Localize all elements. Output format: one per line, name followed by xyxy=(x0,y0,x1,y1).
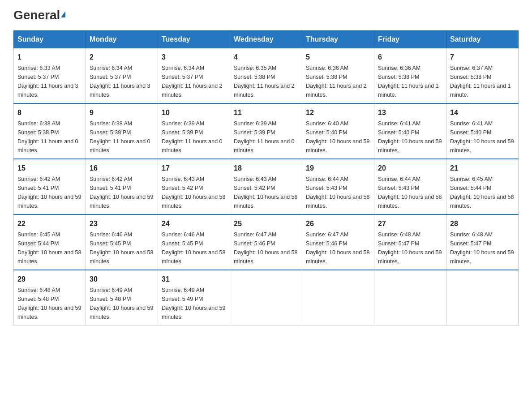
day-number: 24 xyxy=(162,218,226,229)
day-number: 29 xyxy=(17,274,82,285)
day-info: Sunrise: 6:45 AMSunset: 5:44 PMDaylight:… xyxy=(17,230,82,266)
calendar-week-row: 22Sunrise: 6:45 AMSunset: 5:44 PMDayligh… xyxy=(14,214,519,270)
weekday-header-row: SundayMondayTuesdayWednesdayThursdayFrid… xyxy=(14,31,519,48)
day-number: 10 xyxy=(162,107,226,118)
day-number: 7 xyxy=(450,52,515,63)
day-info: Sunrise: 6:45 AMSunset: 5:44 PMDaylight:… xyxy=(450,175,515,210)
day-number: 20 xyxy=(378,163,442,174)
calendar-day-cell: 14Sunrise: 6:41 AMSunset: 5:40 PMDayligh… xyxy=(446,103,519,159)
day-number: 2 xyxy=(90,52,154,63)
day-info: Sunrise: 6:39 AMSunset: 5:39 PMDaylight:… xyxy=(162,119,226,155)
day-number: 23 xyxy=(90,218,154,229)
calendar-day-cell: 23Sunrise: 6:46 AMSunset: 5:45 PMDayligh… xyxy=(86,214,158,270)
day-info: Sunrise: 6:42 AMSunset: 5:41 PMDaylight:… xyxy=(17,175,82,210)
day-info: Sunrise: 6:48 AMSunset: 5:47 PMDaylight:… xyxy=(378,230,442,266)
day-number: 13 xyxy=(378,107,442,118)
calendar-day-cell: 25Sunrise: 6:47 AMSunset: 5:46 PMDayligh… xyxy=(230,214,302,270)
calendar-day-cell: 2Sunrise: 6:34 AMSunset: 5:37 PMDaylight… xyxy=(86,48,158,104)
calendar-day-cell: 27Sunrise: 6:48 AMSunset: 5:47 PMDayligh… xyxy=(374,214,446,270)
calendar-week-row: 15Sunrise: 6:42 AMSunset: 5:41 PMDayligh… xyxy=(14,159,519,214)
calendar-day-cell: 1Sunrise: 6:33 AMSunset: 5:37 PMDaylight… xyxy=(14,48,86,104)
day-info: Sunrise: 6:46 AMSunset: 5:45 PMDaylight:… xyxy=(90,230,154,266)
day-number: 14 xyxy=(450,107,515,118)
day-info: Sunrise: 6:36 AMSunset: 5:38 PMDaylight:… xyxy=(378,64,442,99)
calendar-week-row: 29Sunrise: 6:48 AMSunset: 5:48 PMDayligh… xyxy=(14,270,519,325)
weekday-header-wednesday: Wednesday xyxy=(230,31,302,48)
weekday-header-friday: Friday xyxy=(374,31,446,48)
day-info: Sunrise: 6:48 AMSunset: 5:48 PMDaylight:… xyxy=(17,286,82,321)
calendar-day-cell: 11Sunrise: 6:39 AMSunset: 5:39 PMDayligh… xyxy=(230,103,302,159)
calendar-day-cell: 10Sunrise: 6:39 AMSunset: 5:39 PMDayligh… xyxy=(158,103,230,159)
day-number: 3 xyxy=(162,52,226,63)
day-number: 30 xyxy=(90,274,154,285)
calendar-day-cell xyxy=(446,270,519,325)
day-info: Sunrise: 6:47 AMSunset: 5:46 PMDaylight:… xyxy=(306,230,370,266)
day-info: Sunrise: 6:44 AMSunset: 5:43 PMDaylight:… xyxy=(306,175,370,210)
day-number: 4 xyxy=(234,52,298,63)
day-info: Sunrise: 6:33 AMSunset: 5:37 PMDaylight:… xyxy=(17,64,82,99)
day-number: 21 xyxy=(450,163,515,174)
day-number: 18 xyxy=(234,163,298,174)
logo-triangle-icon xyxy=(61,11,65,17)
calendar-day-cell xyxy=(302,270,374,325)
day-number: 9 xyxy=(90,107,154,118)
calendar-day-cell: 12Sunrise: 6:40 AMSunset: 5:40 PMDayligh… xyxy=(302,103,374,159)
calendar-week-row: 8Sunrise: 6:38 AMSunset: 5:38 PMDaylight… xyxy=(14,103,519,159)
calendar-week-row: 1Sunrise: 6:33 AMSunset: 5:37 PMDaylight… xyxy=(14,48,519,104)
calendar-day-cell: 7Sunrise: 6:37 AMSunset: 5:38 PMDaylight… xyxy=(446,48,519,104)
day-info: Sunrise: 6:39 AMSunset: 5:39 PMDaylight:… xyxy=(234,119,298,155)
day-info: Sunrise: 6:38 AMSunset: 5:39 PMDaylight:… xyxy=(90,119,154,155)
calendar-day-cell: 20Sunrise: 6:44 AMSunset: 5:43 PMDayligh… xyxy=(374,159,446,214)
day-number: 12 xyxy=(306,107,370,118)
calendar-day-cell: 8Sunrise: 6:38 AMSunset: 5:38 PMDaylight… xyxy=(14,103,86,159)
day-number: 19 xyxy=(306,163,370,174)
calendar-day-cell: 30Sunrise: 6:49 AMSunset: 5:48 PMDayligh… xyxy=(86,270,158,325)
calendar-day-cell: 21Sunrise: 6:45 AMSunset: 5:44 PMDayligh… xyxy=(446,159,519,214)
calendar-day-cell xyxy=(374,270,446,325)
day-info: Sunrise: 6:44 AMSunset: 5:43 PMDaylight:… xyxy=(378,175,442,210)
day-info: Sunrise: 6:43 AMSunset: 5:42 PMDaylight:… xyxy=(234,175,298,210)
day-number: 16 xyxy=(90,163,154,174)
calendar-day-cell: 31Sunrise: 6:49 AMSunset: 5:49 PMDayligh… xyxy=(158,270,230,325)
day-number: 25 xyxy=(234,218,298,229)
day-info: Sunrise: 6:38 AMSunset: 5:38 PMDaylight:… xyxy=(17,119,82,155)
calendar-day-cell: 5Sunrise: 6:36 AMSunset: 5:38 PMDaylight… xyxy=(302,48,374,104)
calendar-day-cell: 19Sunrise: 6:44 AMSunset: 5:43 PMDayligh… xyxy=(302,159,374,214)
day-number: 1 xyxy=(17,52,82,63)
calendar-day-cell: 6Sunrise: 6:36 AMSunset: 5:38 PMDaylight… xyxy=(374,48,446,104)
day-info: Sunrise: 6:40 AMSunset: 5:40 PMDaylight:… xyxy=(306,119,370,155)
day-number: 5 xyxy=(306,52,370,63)
day-info: Sunrise: 6:42 AMSunset: 5:41 PMDaylight:… xyxy=(90,175,154,210)
day-info: Sunrise: 6:34 AMSunset: 5:37 PMDaylight:… xyxy=(90,64,154,99)
page-header: General xyxy=(13,9,519,21)
day-info: Sunrise: 6:48 AMSunset: 5:47 PMDaylight:… xyxy=(450,230,515,266)
calendar-day-cell: 16Sunrise: 6:42 AMSunset: 5:41 PMDayligh… xyxy=(86,159,158,214)
calendar-day-cell: 24Sunrise: 6:46 AMSunset: 5:45 PMDayligh… xyxy=(158,214,230,270)
day-number: 8 xyxy=(17,107,82,118)
day-info: Sunrise: 6:47 AMSunset: 5:46 PMDaylight:… xyxy=(234,230,298,266)
calendar-day-cell: 3Sunrise: 6:34 AMSunset: 5:37 PMDaylight… xyxy=(158,48,230,104)
day-info: Sunrise: 6:34 AMSunset: 5:37 PMDaylight:… xyxy=(162,64,226,99)
day-info: Sunrise: 6:41 AMSunset: 5:40 PMDaylight:… xyxy=(450,119,515,155)
day-info: Sunrise: 6:49 AMSunset: 5:49 PMDaylight:… xyxy=(162,286,226,321)
calendar-table: SundayMondayTuesdayWednesdayThursdayFrid… xyxy=(13,30,519,325)
weekday-header-tuesday: Tuesday xyxy=(158,31,230,48)
day-number: 15 xyxy=(17,163,82,174)
day-number: 28 xyxy=(450,218,515,229)
day-number: 26 xyxy=(306,218,370,229)
calendar-day-cell: 4Sunrise: 6:35 AMSunset: 5:38 PMDaylight… xyxy=(230,48,302,104)
calendar-day-cell xyxy=(230,270,302,325)
day-number: 27 xyxy=(378,218,442,229)
calendar-day-cell: 13Sunrise: 6:41 AMSunset: 5:40 PMDayligh… xyxy=(374,103,446,159)
logo: General xyxy=(13,9,65,21)
day-info: Sunrise: 6:46 AMSunset: 5:45 PMDaylight:… xyxy=(162,230,226,266)
day-info: Sunrise: 6:37 AMSunset: 5:38 PMDaylight:… xyxy=(450,64,515,99)
calendar-day-cell: 26Sunrise: 6:47 AMSunset: 5:46 PMDayligh… xyxy=(302,214,374,270)
calendar-day-cell: 29Sunrise: 6:48 AMSunset: 5:48 PMDayligh… xyxy=(14,270,86,325)
calendar-day-cell: 18Sunrise: 6:43 AMSunset: 5:42 PMDayligh… xyxy=(230,159,302,214)
weekday-header-thursday: Thursday xyxy=(302,31,374,48)
day-info: Sunrise: 6:49 AMSunset: 5:48 PMDaylight:… xyxy=(90,286,154,321)
weekday-header-saturday: Saturday xyxy=(446,31,519,48)
day-info: Sunrise: 6:43 AMSunset: 5:42 PMDaylight:… xyxy=(162,175,226,210)
calendar-day-cell: 28Sunrise: 6:48 AMSunset: 5:47 PMDayligh… xyxy=(446,214,519,270)
